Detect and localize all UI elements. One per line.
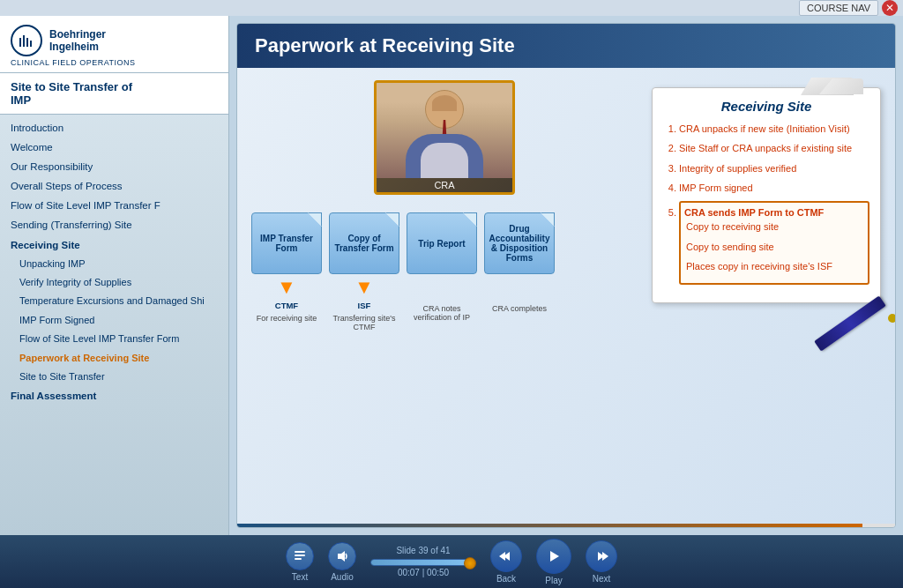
next-button[interactable]: Next [586,540,617,584]
play-button[interactable]: Play [536,539,571,585]
progress-track[interactable] [370,559,476,566]
svg-marker-7 [338,551,345,562]
sidebar-item-welcome[interactable]: Welcome [0,138,228,157]
form-item-copy-transfer: Copy of Transfer Form ▼ ISF Transferring… [329,212,399,331]
slide-header: Paperwork at Receiving Site [237,24,895,68]
form-box-trip: Trip Report [407,212,477,274]
next-label: Next [593,574,611,584]
svg-marker-9 [499,552,505,561]
close-button[interactable]: ✕ [882,0,898,16]
slide-label: Slide 39 of 41 [396,546,450,555]
slide-container: Paperwork at Receiving Site [236,23,896,528]
arrow-copy: ▼ [354,278,374,297]
notepad-item-3: Integrity of supplies verified [679,162,869,175]
progress-thumb [464,557,476,569]
audio-icon [328,542,356,570]
play-label: Play [545,576,562,585]
sidebar-item-overall-steps[interactable]: Overall Steps of Process [0,176,228,196]
form-item-drug: Drug Accountability & Disposition Forms … [484,212,555,313]
sidebar-item-paperwork[interactable]: Paperwork at Receiving Site [0,349,228,368]
main-area: Boehringer Ingelheim CLINICAL FIELD OPER… [0,16,903,535]
arrow-imp: ▼ [277,278,296,297]
slide-progress-fill [237,524,862,527]
desc-trip: CRA notes verification of IP [407,304,477,322]
sidebar-item-introduction[interactable]: Introduction [0,118,228,138]
logo-icon [11,25,42,56]
course-title: Site to Site Transfer of IMP [0,73,228,115]
text-button[interactable]: Text [286,542,314,582]
sidebar-item-unpacking[interactable]: Unpacking IMP [0,255,228,273]
dest-isf: ISF [358,301,371,310]
dest-ctmf: CTMF [275,301,298,310]
slide-progress-line [237,524,895,527]
sidebar-item-sending-site[interactable]: Sending (Transferring) Site [0,215,228,234]
svg-rect-1 [23,35,25,47]
logo-area: Boehringer Ingelheim CLINICAL FIELD OPER… [0,16,228,73]
slide-body: CRA IMP Transfer Form ▼ CTMF For receivi… [237,68,895,522]
sidebar-item-verify-integrity[interactable]: Verify Integrity of Supplies [0,273,228,292]
sidebar-item-flow-imp[interactable]: Flow of Site Level IMP Transfer F [0,196,228,215]
pen-decoration [814,296,886,352]
sidebar-item-our-responsibility[interactable]: Our Responsibility [0,157,228,176]
next-icon [586,540,617,572]
svg-rect-4 [295,551,305,553]
sidebar-item-flow-transfer[interactable]: Flow of Site Level IMP Transfer Form [0,330,228,348]
top-bar: COURSE NAV ✕ [0,0,903,16]
text-icon [286,542,314,570]
subitems-list: Copy to receiving site Copy to sending s… [684,220,864,272]
svg-rect-6 [295,558,302,560]
presenter-label: CRA [377,178,512,192]
desc-imp: For receiving site [251,314,322,323]
notepad-item-2: Site Staff or CRA unpacks if existing si… [679,142,869,154]
form-box-imp: IMP Transfer Form [251,212,322,274]
sidebar: Boehringer Ingelheim CLINICAL FIELD OPER… [0,16,229,535]
notepad-list: CRA unpacks if new site (Initiation Visi… [663,123,869,285]
slide-right: Receiving Site CRA unpacks if new site (… [652,80,881,510]
subitem-3: Places copy in receiving site's ISF [686,260,864,272]
course-nav-button[interactable]: COURSE NAV [799,0,878,16]
app-wrapper: COURSE NAV ✕ [0,0,903,588]
back-icon [490,540,522,572]
progress-container: Slide 39 of 41 00:07 | 00:50 [370,546,476,577]
sidebar-item-final-assessment[interactable]: Final Assessment [0,386,228,406]
form-box-copy: Copy of Transfer Form [329,212,399,274]
svg-rect-3 [30,41,32,47]
notepad-item-5: CRA sends IMP Form to CTMF Copy to recei… [679,201,869,285]
slide-title: Paperwork at Receiving Site [255,34,877,57]
sidebar-item-site-transfer[interactable]: Site to Site Transfer [0,368,228,386]
brand-subtitle: CLINICAL FIELD OPERATIONS [11,58,218,67]
presenter-photo: CRA [374,80,515,195]
logo-text: Boehringer Ingelheim [49,28,106,54]
form-box-drug: Drug Accountability & Disposition Forms [484,212,555,274]
notepad-item-4: IMP Form signed [679,182,869,194]
subitem-2: Copy to sending site [686,241,864,253]
svg-rect-0 [19,38,21,47]
progress-fill [371,560,470,565]
form-item-trip-report: Trip Report CRA notes verification of IP [407,212,477,322]
svg-marker-12 [602,552,608,561]
svg-rect-5 [295,555,305,556]
svg-rect-2 [26,38,28,47]
slide-left: CRA IMP Transfer Form ▼ CTMF For receivi… [251,80,638,510]
content-area: Paperwork at Receiving Site [229,16,903,535]
bottom-bar: Text Audio Slide 39 of 41 00:07 | 00:50 [0,535,903,588]
form-item-imp-transfer: IMP Transfer Form ▼ CTMF For receiving s… [251,212,322,323]
highlight-box: CRA sends IMP Form to CTMF Copy to recei… [679,201,869,285]
back-label: Back [496,574,516,584]
presenter-image [377,83,512,178]
forms-flow: IMP Transfer Form ▼ CTMF For receiving s… [251,212,638,331]
sidebar-item-receiving-site[interactable]: Receiving Site [0,235,228,255]
audio-button[interactable]: Audio [328,542,356,582]
time-display: 00:07 | 00:50 [398,568,449,577]
pen-tip [888,314,896,323]
sidebar-item-imp-form-signed[interactable]: IMP Form Signed [0,311,228,330]
svg-marker-10 [550,551,559,562]
sidebar-item-temp-excursions[interactable]: Temperature Excursions and Damaged Shi [0,292,228,310]
sidebar-nav: Introduction Welcome Our Responsibility … [0,115,228,535]
notepad-item-1: CRA unpacks if new site (Initiation Visi… [679,123,869,135]
play-icon [536,539,571,574]
desc-copy: Transferring site's CTMF [329,314,399,331]
back-button[interactable]: Back [490,540,522,584]
text-label: Text [292,572,308,582]
notepad: Receiving Site CRA unpacks if new site (… [652,87,881,303]
